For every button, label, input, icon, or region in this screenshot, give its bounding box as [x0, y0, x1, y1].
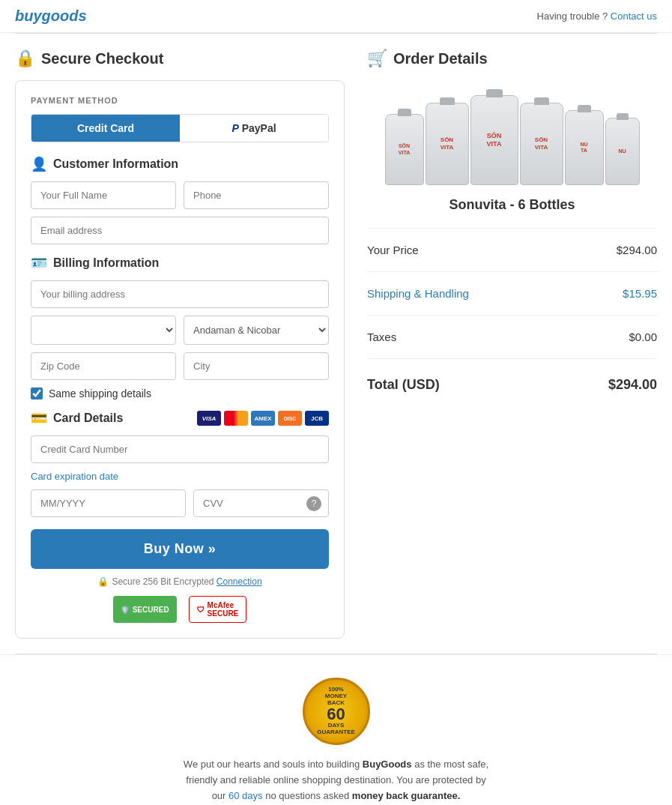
- security-badges: 🛡️ SECURED 🛡 McAfeeSECURE: [31, 596, 329, 623]
- card-details-section: 💳 Card Details VISA AMEX DISC JCB Card e…: [31, 410, 329, 517]
- card-details-title: 💳 Card Details: [31, 410, 123, 426]
- full-name-input[interactable]: [31, 181, 176, 209]
- taxes-row: Taxes $0.00: [367, 323, 657, 351]
- expiry-input[interactable]: [31, 489, 186, 517]
- expiry-cvv-row: ?: [31, 489, 329, 517]
- product-name: Sonuvita - 6 Bottles: [367, 197, 657, 213]
- bottle-4: SŌNVITA: [520, 103, 563, 185]
- card-section-title: Card Details: [53, 411, 123, 425]
- paypal-p: P: [231, 122, 238, 134]
- badge-bottom-text: DAYSGUARANTEE: [317, 723, 355, 736]
- shipping-value: $15.95: [623, 287, 657, 300]
- billing-section-title: Billing Information: [53, 256, 159, 270]
- customer-icon: 👤: [31, 156, 47, 172]
- city-input[interactable]: [184, 352, 329, 380]
- divider-4: [367, 358, 657, 359]
- bottle-5: NUTA: [565, 110, 604, 185]
- zip-input[interactable]: [31, 352, 176, 380]
- bottle-1: SŌNVITA: [385, 114, 424, 185]
- footer-text-1: We put our hearts and souls into buildin…: [184, 759, 363, 770]
- mcafee-badge: 🛡 McAfeeSECURE: [189, 596, 247, 623]
- price-value: $294.00: [617, 244, 657, 256]
- product-image: SŌNVITA SŌNVITA SŌNVITA SŌNVITA: [367, 88, 657, 185]
- shipping-row: Shipping & Handling $15.95: [367, 280, 657, 307]
- card-icons: VISA AMEX DISC JCB: [197, 411, 329, 426]
- bottle-6: NU: [605, 118, 640, 185]
- money-back-badge: 100%MONEYBACK 60 DAYSGUARANTEE: [303, 678, 370, 745]
- payment-card: PAYMENT METHOD Credit Card P PayPal 👤 Cu…: [15, 80, 345, 639]
- badge-top-text: 100%MONEYBACK: [325, 687, 347, 706]
- country-state-row: Andaman & Nicobar: [31, 316, 329, 345]
- discover-icon: DISC: [278, 411, 302, 426]
- billing-icon: 🪪: [31, 255, 47, 271]
- logo: buygoods: [15, 7, 87, 25]
- visa-icon: VISA: [197, 411, 221, 426]
- cvv-wrapper: ?: [193, 489, 329, 517]
- main-content: 🔒 Secure Checkout PAYMENT METHOD Credit …: [0, 34, 672, 654]
- checkout-title-text: Secure Checkout: [41, 50, 163, 67]
- paypal-tab[interactable]: P PayPal: [180, 115, 328, 142]
- security-text: 🔒 Secure 256 Bit Encrypted Connection: [31, 576, 329, 587]
- divider-2: [367, 271, 657, 272]
- price-row: Your Price $294.00: [367, 236, 657, 264]
- billing-section: 🪪 Billing Information Andaman & Nicobar: [31, 255, 329, 400]
- footer-guarantee: money back guarantee.: [352, 790, 461, 801]
- connection-link[interactable]: Connection: [217, 576, 262, 587]
- name-phone-row: [31, 181, 329, 209]
- order-title-text: Order Details: [393, 50, 488, 67]
- price-label: Your Price: [367, 244, 419, 256]
- zip-city-row: [31, 352, 329, 380]
- bottle-2: SŌNVITA: [426, 103, 469, 185]
- lock-icon: 🔒: [97, 576, 109, 587]
- billing-address-input[interactable]: [31, 280, 329, 308]
- credit-card-tab[interactable]: Credit Card: [31, 115, 180, 142]
- taxes-value: $0.00: [629, 331, 657, 343]
- same-shipping-label[interactable]: Same shipping details: [49, 388, 151, 400]
- order-title: 🛒 Order Details: [367, 49, 657, 68]
- expiry-label: Card expiration date: [31, 471, 329, 482]
- mcafee-icon: 🛡: [197, 606, 205, 614]
- footer-brand: BuyGoods: [363, 759, 412, 770]
- footer-text-3: no questions asked: [263, 790, 352, 801]
- bottle-3: SŌNVITA: [470, 95, 518, 185]
- mastercard-icon: [224, 411, 248, 426]
- customer-section-title: Customer Information: [53, 157, 178, 171]
- customer-info-header: 👤 Customer Information: [31, 156, 329, 172]
- card-icon: 💳: [31, 410, 47, 426]
- divider-1: [367, 228, 657, 229]
- secured-badge: 🛡️ SECURED: [113, 596, 177, 623]
- state-select[interactable]: Andaman & Nicobar: [184, 316, 329, 345]
- amex-icon: AMEX: [251, 411, 275, 426]
- mcafee-label: McAfeeSECURE: [208, 601, 239, 618]
- help-text: Having trouble ? Contact us: [537, 10, 657, 22]
- buy-now-button[interactable]: Buy Now »: [31, 529, 329, 569]
- footer-text: We put our hearts and souls into buildin…: [179, 757, 494, 804]
- contact-us-link[interactable]: Contact us: [611, 10, 657, 22]
- bottles-container: SŌNVITA SŌNVITA SŌNVITA SŌNVITA: [367, 88, 657, 185]
- order-panel: 🛒 Order Details SŌNVITA SŌNVITA: [367, 49, 657, 639]
- email-row: [31, 217, 329, 244]
- footer: 100%MONEYBACK 60 DAYSGUARANTEE We put ou…: [0, 654, 672, 805]
- country-select[interactable]: [31, 316, 176, 345]
- card-number-input[interactable]: [31, 435, 329, 463]
- total-label: Total (USD): [367, 377, 440, 393]
- having-trouble-label: Having trouble ?: [537, 10, 608, 22]
- phone-input[interactable]: [184, 181, 329, 209]
- total-value: $294.00: [608, 377, 657, 393]
- secure-label: Secure 256 Bit Encrypted Connection: [112, 576, 261, 587]
- email-input[interactable]: [31, 217, 329, 244]
- shield-icon: 🛡️: [121, 606, 130, 614]
- order-card: SŌNVITA SŌNVITA SŌNVITA SŌNVITA: [367, 80, 657, 411]
- badge-days: 60: [327, 706, 345, 723]
- same-shipping-checkbox[interactable]: [31, 388, 43, 400]
- secured-label: SECURED: [133, 606, 169, 614]
- shipping-label: Shipping & Handling: [367, 287, 469, 300]
- footer-days-link[interactable]: 60 days: [228, 790, 263, 801]
- same-shipping-row: Same shipping details: [31, 388, 329, 400]
- billing-address-row: [31, 280, 329, 308]
- checkout-title: 🔒 Secure Checkout: [15, 49, 345, 68]
- billing-info-header: 🪪 Billing Information: [31, 255, 329, 271]
- cvv-help-icon[interactable]: ?: [306, 496, 321, 511]
- payment-tabs: Credit Card P PayPal: [31, 114, 329, 142]
- taxes-label: Taxes: [367, 331, 396, 343]
